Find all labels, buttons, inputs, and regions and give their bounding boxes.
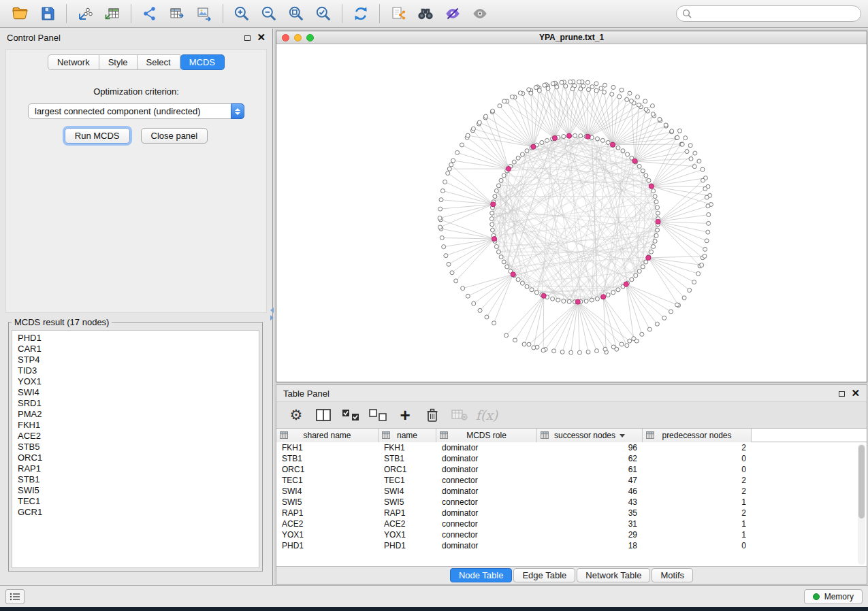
table-cell: 31 xyxy=(537,519,643,529)
tab-style[interactable]: Style xyxy=(99,54,138,70)
show-graphics-button[interactable] xyxy=(466,2,494,25)
import-table-button[interactable] xyxy=(99,2,126,25)
table-cell: 29 xyxy=(537,530,643,540)
mcds-result-item[interactable]: PHD1 xyxy=(12,333,259,344)
mcds-result-item[interactable]: SWI4 xyxy=(12,387,259,398)
export-image-button[interactable] xyxy=(191,2,218,25)
mcds-result-title: MCDS result (17 nodes) xyxy=(12,317,112,327)
tab-network-table[interactable]: Network Table xyxy=(577,568,650,582)
table-cell: STB1 xyxy=(379,454,436,463)
close-panel-icon[interactable]: ✕ xyxy=(257,34,266,41)
table-row[interactable]: TEC1TEC1connector472 xyxy=(276,475,867,486)
network-graph[interactable] xyxy=(276,44,867,382)
float-table-panel-button[interactable] xyxy=(839,389,845,399)
mcds-result-item[interactable]: GCR1 xyxy=(12,507,259,518)
memory-button-label: Memory xyxy=(824,592,854,601)
toolbar-separator xyxy=(342,4,342,23)
add-column-button[interactable]: + xyxy=(393,404,417,426)
table-cell: 0 xyxy=(643,541,752,550)
table-row[interactable]: SWI4SWI4dominator462 xyxy=(276,486,867,497)
refresh-button[interactable] xyxy=(347,2,374,25)
mcds-result-item[interactable]: TID3 xyxy=(12,365,259,376)
duplicate-network-button[interactable] xyxy=(385,2,412,25)
eye-icon xyxy=(471,5,489,22)
tab-mcds[interactable]: MCDS xyxy=(180,54,225,70)
export-network-button[interactable] xyxy=(136,2,163,25)
mcds-result-item[interactable]: ORC1 xyxy=(12,452,259,463)
float-panel-button[interactable] xyxy=(244,33,251,43)
mcds-result-item[interactable]: STB5 xyxy=(12,442,259,452)
table-cell: 0 xyxy=(643,465,752,474)
column-header-shared-name[interactable]: shared name xyxy=(276,429,379,442)
mcds-result-item[interactable]: SWI5 xyxy=(12,485,259,496)
column-header-predecessor-nodes[interactable]: predecessor nodes xyxy=(643,429,752,442)
table-scrollbar[interactable] xyxy=(858,444,865,565)
tab-edge-table[interactable]: Edge Table xyxy=(513,568,575,582)
birdseye-toggle-button[interactable] xyxy=(439,2,466,25)
optimization-criterion-label: Optimization criterion: xyxy=(6,86,266,97)
table-row[interactable]: SWI5SWI5connector431 xyxy=(276,497,867,508)
select-all-button[interactable] xyxy=(339,404,362,426)
table-row[interactable]: YOX1YOX1connector291 xyxy=(276,529,867,540)
table-row[interactable]: ACE2ACE2connector311 xyxy=(276,518,867,529)
delete-column-button[interactable] xyxy=(421,404,444,426)
mcds-result-item[interactable]: STP4 xyxy=(12,354,259,365)
tab-node-table[interactable]: Node Table xyxy=(450,568,513,582)
zoom-out-button[interactable] xyxy=(255,2,283,25)
column-type-icon xyxy=(280,431,288,439)
network-window-titlebar[interactable]: YPA_prune.txt_1 xyxy=(276,31,867,44)
table-row[interactable]: ORC1ORC1dominator610 xyxy=(276,464,867,475)
table-cell: 35 xyxy=(537,508,643,518)
criterion-select[interactable]: largest connected component (undirected) xyxy=(28,103,244,119)
mcds-result-item[interactable]: PMA2 xyxy=(12,409,259,420)
column-settings-button[interactable]: ⚙ xyxy=(285,404,308,426)
search-input[interactable] xyxy=(695,9,855,18)
zoom-in-button[interactable] xyxy=(228,2,255,25)
zoom-in-icon xyxy=(233,5,251,22)
mcds-result-item[interactable]: FKH1 xyxy=(12,420,259,431)
column-header-MCDS-role[interactable]: MCDS role xyxy=(436,429,537,442)
deselect-all-button[interactable] xyxy=(366,404,389,426)
scrollbar-thumb[interactable] xyxy=(858,445,865,518)
mcds-result-item[interactable]: YOX1 xyxy=(12,376,259,387)
run-mcds-button[interactable]: Run MCDS xyxy=(65,128,130,144)
tab-select[interactable]: Select xyxy=(138,54,180,70)
gear-icon: ⚙ xyxy=(290,407,303,423)
find-button[interactable] xyxy=(412,2,439,25)
table-row[interactable]: RAP1RAP1dominator352 xyxy=(276,508,867,518)
import-network-button[interactable] xyxy=(71,2,99,25)
table-cell: 96 xyxy=(537,443,643,452)
save-session-button[interactable] xyxy=(34,2,61,25)
column-header-name[interactable]: name xyxy=(379,429,436,442)
table-row[interactable]: PHD1PHD1dominator180 xyxy=(276,540,867,551)
memory-button[interactable]: Memory xyxy=(804,589,863,604)
table-cell: dominator xyxy=(436,454,537,463)
close-panel-button[interactable]: Close panel xyxy=(141,128,208,144)
control-panel-tabs: NetworkStyleSelectMCDS xyxy=(6,54,266,70)
mcds-result-item[interactable]: TEC1 xyxy=(12,496,259,507)
mcds-result-item[interactable]: ACE2 xyxy=(12,431,259,442)
mcds-result-item[interactable]: STB1 xyxy=(12,474,259,485)
clear-table-button[interactable] xyxy=(448,404,471,426)
toolbar-separator xyxy=(379,4,380,23)
close-table-panel-icon[interactable]: ✕ xyxy=(851,390,860,397)
open-session-button[interactable] xyxy=(7,2,34,25)
export-table-button[interactable] xyxy=(163,2,191,25)
table-cell: SWI5 xyxy=(276,497,379,507)
workspace-area: YPA_prune.txt_1 Table Panel ✕ ⚙ xyxy=(274,29,868,585)
column-header-successor-nodes[interactable]: successor nodes xyxy=(537,429,643,442)
table-row[interactable]: STB1STB1dominator620 xyxy=(276,453,867,464)
mcds-result-item[interactable]: RAP1 xyxy=(12,463,259,474)
mcds-result-list[interactable]: PHD1CAR1STP4TID3YOX1SWI4SRD1PMA2FKH1ACE2… xyxy=(12,330,259,568)
mcds-result-item[interactable]: CAR1 xyxy=(12,344,259,354)
zoom-fit-button[interactable] xyxy=(283,2,310,25)
tab-network[interactable]: Network xyxy=(48,54,99,70)
status-menu-button[interactable] xyxy=(5,589,25,604)
function-builder-button[interactable]: f(x) xyxy=(475,404,498,426)
zoom-selected-button[interactable] xyxy=(310,2,337,25)
search-box[interactable] xyxy=(676,5,861,22)
mcds-result-item[interactable]: SRD1 xyxy=(12,398,259,409)
show-columns-button[interactable] xyxy=(312,404,335,426)
tab-motifs[interactable]: Motifs xyxy=(652,568,693,582)
table-row[interactable]: FKH1FKH1dominator962 xyxy=(276,442,867,453)
